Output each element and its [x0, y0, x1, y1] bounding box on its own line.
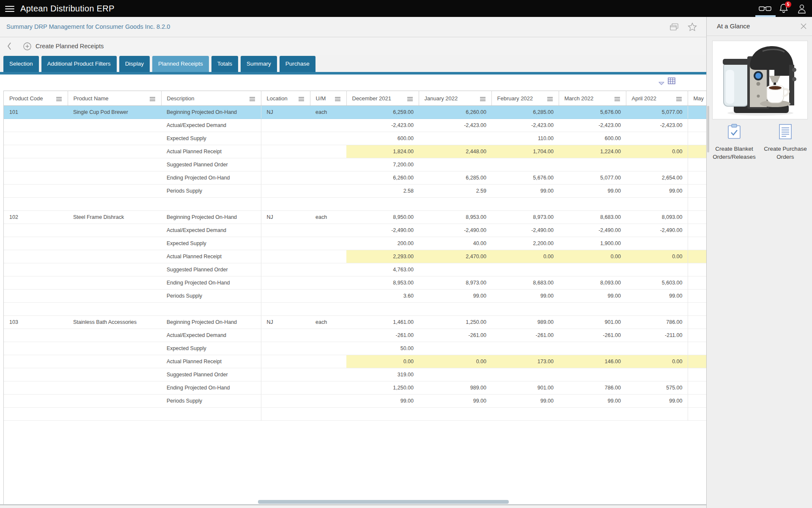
cell-uom	[310, 132, 346, 145]
table-row[interactable]: Suggested Planned Order319.00	[4, 368, 706, 381]
column-header-may[interactable]: May	[688, 91, 706, 106]
table-row[interactable]: 103Stainless Bath AccessoriesBeginning P…	[4, 316, 706, 329]
cell-product-name	[68, 224, 161, 237]
user-icon[interactable]	[797, 3, 807, 16]
cell-uom	[310, 395, 346, 408]
cell-description: Beginning Projected On-Hand	[161, 106, 261, 119]
cell-month-value	[688, 395, 706, 408]
column-header-april-2022[interactable]: April 2022	[626, 91, 688, 106]
column-menu-icon[interactable]	[547, 96, 553, 102]
table-row[interactable]: Actual/Expected Demand-2,490.00-2,490.00…	[4, 224, 706, 237]
horizontal-scrollbar-track[interactable]	[0, 504, 706, 505]
column-menu-icon[interactable]	[150, 96, 155, 102]
column-menu-icon[interactable]	[676, 96, 682, 102]
tab-planned-receipts[interactable]: Planned Receipts	[152, 56, 209, 72]
cell-month-value: 989.00	[419, 381, 491, 395]
column-header-description[interactable]: Description	[161, 91, 261, 106]
column-header-product-code[interactable]: Product Code	[4, 91, 68, 106]
menu-icon[interactable]	[5, 4, 14, 13]
horizontal-scrollbar-thumb[interactable]	[258, 500, 509, 504]
page-title-link[interactable]: Summary DRP Management for Consumer Good…	[6, 17, 170, 37]
column-menu-icon[interactable]	[480, 96, 486, 102]
table-row[interactable]: Periods Supply3.6099.0099.0099.0099.00	[4, 290, 706, 303]
column-label: February 2022	[497, 95, 533, 102]
cell-location	[261, 145, 310, 158]
column-chooser-icon[interactable]	[668, 77, 675, 86]
cell-month-value: 1,250.00	[419, 316, 491, 329]
tab-selection[interactable]: Selection	[3, 56, 39, 72]
cell-month-value	[491, 263, 559, 276]
column-header-february-2022[interactable]: February 2022	[491, 91, 559, 106]
cell-product-name	[68, 263, 161, 276]
column-menu-icon[interactable]	[407, 96, 413, 102]
table-row[interactable]: Actual/Expected Demand-2,423.00-2,423.00…	[4, 119, 706, 132]
cell-month-value	[688, 290, 706, 303]
close-icon[interactable]	[800, 23, 807, 31]
cell-description: Suggested Planned Order	[161, 158, 261, 171]
table-row[interactable]: Suggested Planned Order4,763.00	[4, 263, 706, 276]
column-menu-icon[interactable]	[299, 96, 304, 102]
cell-location	[261, 290, 310, 303]
cell-description: Actual/Expected Demand	[161, 224, 261, 237]
cell-month-value: 5,077.00	[559, 171, 626, 185]
cell-empty	[491, 303, 559, 316]
column-header-december-2021[interactable]: December 2021	[346, 91, 419, 106]
cell-month-value: 99.00	[559, 395, 626, 408]
tab-display[interactable]: Display	[119, 56, 150, 72]
table-row[interactable]: Expected Supply600.00110.00600.00	[4, 132, 706, 145]
table-row[interactable]: Ending Projected On-Hand1,250.00989.0090…	[4, 381, 706, 395]
favorite-star-icon[interactable]	[688, 22, 697, 33]
back-chevron-icon[interactable]	[7, 42, 12, 52]
table-row[interactable]: Periods Supply99.0099.0099.0099.0099.00	[4, 395, 706, 408]
column-menu-icon[interactable]	[614, 96, 620, 102]
table-row[interactable]: Ending Projected On-Hand8,953.008,973.00…	[4, 276, 706, 290]
cell-empty	[4, 408, 68, 421]
cell-month-value	[559, 342, 626, 355]
tab-purchase[interactable]: Purchase	[280, 56, 315, 72]
table-row[interactable]: Expected Supply50.00	[4, 342, 706, 355]
tab-totals[interactable]: Totals	[211, 56, 238, 72]
table-row[interactable]: Actual Planned Receipt1,824.002,448.001,…	[4, 145, 706, 158]
column-header-location[interactable]: Location	[261, 91, 310, 106]
open-windows-icon[interactable]	[670, 23, 678, 33]
collapse-chevron-icon[interactable]	[658, 80, 665, 87]
table-row[interactable]: 101Single Cup Pod BrewerBeginning Projec…	[4, 106, 706, 119]
table-row[interactable]: Periods Supply2.582.5999.0099.0099.00	[4, 185, 706, 198]
column-menu-icon[interactable]	[250, 96, 255, 102]
cell-product-code	[4, 224, 68, 237]
table-row[interactable]: Ending Projected On-Hand6,260.006,285.00…	[4, 171, 706, 185]
tab-additional-product-filters[interactable]: Additional Product Filters	[41, 56, 117, 72]
cell-uom	[310, 355, 346, 368]
cell-product-code	[4, 237, 68, 250]
column-header-product-name[interactable]: Product Name	[68, 91, 161, 106]
cell-month-value	[491, 342, 559, 355]
cell-month-value: 2,448.00	[419, 145, 491, 158]
cell-description: Expected Supply	[161, 342, 261, 355]
column-menu-icon[interactable]	[56, 96, 62, 102]
glasses-icon[interactable]	[759, 6, 771, 14]
cell-month-value: 173.00	[491, 355, 559, 368]
cell-month-value: 5,676.00	[559, 106, 626, 119]
tab-summary[interactable]: Summary	[241, 56, 277, 72]
column-menu-icon[interactable]	[335, 96, 340, 102]
top-app-bar: Aptean Distribution ERP 5	[0, 0, 812, 17]
column-label: March 2022	[565, 95, 594, 102]
cell-product-code	[4, 132, 68, 145]
cell-uom	[310, 145, 346, 158]
create-purchase-orders-button[interactable]: Create Purchase Orders	[761, 124, 810, 161]
at-a-glance-panel: At a Glance	[706, 17, 812, 508]
table-row[interactable]: Actual Planned Receipt2,293.002,470.000.…	[4, 250, 706, 263]
column-header-january-2022[interactable]: January 2022	[419, 91, 491, 106]
table-row[interactable]: Actual Planned Receipt0.000.00173.00146.…	[4, 355, 706, 368]
column-header-march-2022[interactable]: March 2022	[559, 91, 626, 106]
table-row[interactable]: Suggested Planned Order7,200.00	[4, 158, 706, 171]
cell-uom: each	[310, 316, 346, 329]
cell-description: Ending Projected On-Hand	[161, 276, 261, 290]
cell-location	[261, 171, 310, 185]
create-blanket-orders-button[interactable]: Create Blanket Orders/Releases	[709, 124, 759, 161]
table-row[interactable]: 102Steel Frame DishrackBeginning Project…	[4, 211, 706, 224]
table-row[interactable]: Expected Supply200.0040.002,200.001,900.…	[4, 237, 706, 250]
table-row[interactable]: Actual/Expected Demand-261.00-261.00-261…	[4, 329, 706, 342]
cell-month-value: -2,423.00	[626, 119, 688, 132]
column-header-u-m[interactable]: U/M	[310, 91, 346, 106]
